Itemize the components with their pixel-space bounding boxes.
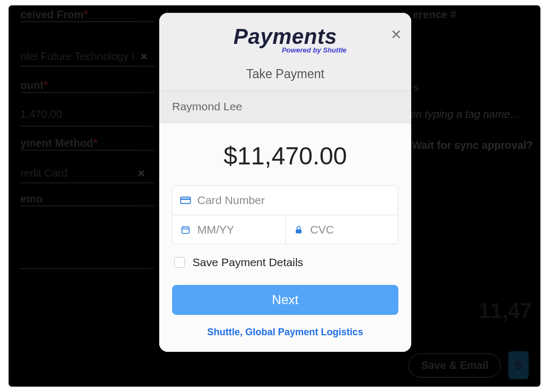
- svg-rect-2: [182, 227, 189, 233]
- save-and-email-button[interactable]: Save & Email: [409, 353, 501, 378]
- clear-icon: ✕: [137, 168, 145, 179]
- card-input-group: [172, 185, 398, 244]
- received-from-value: ntel Future Technology I: [20, 50, 135, 63]
- summary-total: 11,47: [478, 299, 532, 323]
- tags-label: s: [413, 81, 419, 93]
- lock-icon: [293, 225, 304, 235]
- brand-block: Payments Powered by Shuttle: [169, 26, 402, 54]
- tags-placeholder: gin typing a tag name…: [407, 108, 521, 120]
- payment-method-value: redit Card: [20, 167, 68, 179]
- secondary-save-button[interactable]: S: [508, 351, 529, 379]
- modal-header: Payments Powered by Shuttle Take Payment: [159, 13, 411, 91]
- payment-method-label: yment Method: [20, 137, 93, 149]
- payment-modal: Payments Powered by Shuttle Take Payment…: [159, 13, 411, 352]
- memo-label: emo: [20, 193, 42, 205]
- save-details-checkbox[interactable]: [174, 257, 185, 268]
- next-button[interactable]: Next: [172, 285, 398, 315]
- card-icon: [180, 195, 191, 205]
- clear-icon: ✕: [140, 51, 148, 63]
- cvc-input[interactable]: [310, 223, 391, 236]
- brand-wordmark: Payments: [169, 26, 402, 47]
- footer-link[interactable]: Shuttle, Global Payment Logistics: [172, 327, 398, 338]
- payment-amount: $11,470.00: [172, 141, 398, 170]
- save-details-label: Save Payment Details: [192, 256, 303, 269]
- svg-rect-6: [295, 229, 301, 233]
- svg-rect-1: [181, 199, 190, 200]
- received-from-label: ceived From: [20, 9, 84, 20]
- amount-label: ount: [20, 79, 43, 91]
- card-number-input[interactable]: [197, 194, 390, 207]
- modal-body: $11,470.00: [159, 123, 411, 352]
- reference-label: erence #: [413, 9, 456, 20]
- expiry-input[interactable]: [197, 223, 278, 236]
- close-button[interactable]: [389, 27, 404, 42]
- customer-name: Raymond Lee: [159, 91, 411, 123]
- calendar-icon: [180, 225, 191, 235]
- close-icon: [391, 29, 402, 40]
- modal-title: Take Payment: [169, 67, 402, 81]
- amount-value: 1,470.00: [20, 108, 62, 120]
- svg-rect-0: [181, 197, 190, 203]
- sync-approval-label: Wait for sync approval?: [412, 139, 533, 151]
